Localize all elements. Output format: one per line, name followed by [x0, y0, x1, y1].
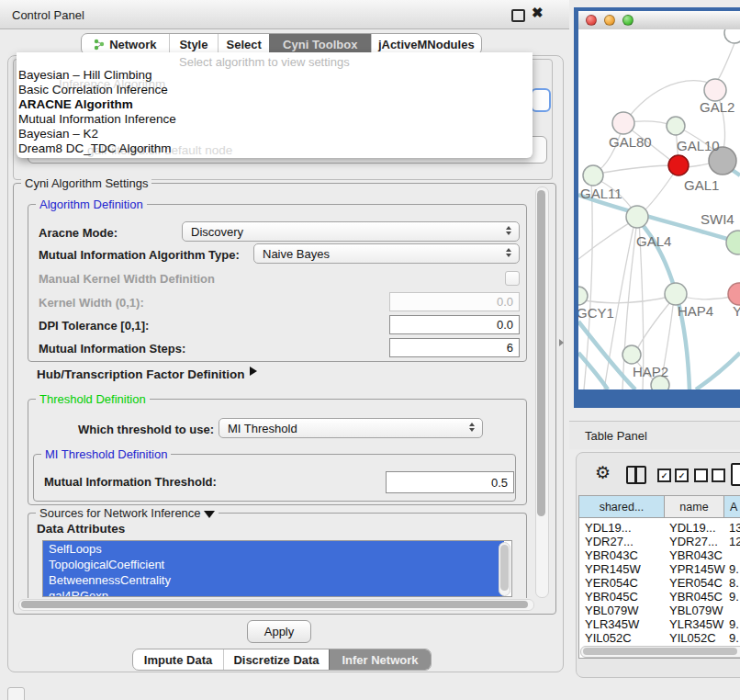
table-cell[interactable]: YDL19... [669, 521, 716, 535]
close-icon[interactable]: ✖ [532, 5, 544, 21]
list-scrollbar[interactable] [499, 542, 510, 596]
window-minimize-button[interactable] [604, 15, 615, 26]
network-tab-icon [94, 39, 106, 51]
table-cell[interactable]: 9. [729, 617, 739, 631]
bottom-tab-bar: Impute Data Discretize Data Infer Networ… [132, 649, 432, 671]
tab-label: Select [227, 38, 262, 51]
dropdown-item-selected[interactable]: ARACNE Algorithm [18, 97, 133, 111]
tab-jactivemnodules[interactable]: jActiveMNodules [371, 34, 481, 54]
table-cell[interactable]: 9. [729, 562, 739, 576]
tab-style[interactable]: Style [169, 34, 219, 54]
column-header-partial[interactable]: A [724, 496, 740, 518]
table-cell[interactable]: YDR27... [585, 535, 633, 548]
dropdown-item[interactable]: Basic Correlation Inference [18, 83, 168, 96]
data-attributes-list[interactable]: SelfLoops TopologicalCoefficient Between… [42, 540, 512, 597]
table-cell[interactable]: YDR27... [669, 535, 718, 548]
table-cell[interactable]: YER054C [669, 576, 723, 590]
manual-kernel-checkbox[interactable] [505, 271, 520, 286]
collapse-arrow-icon[interactable] [204, 511, 215, 518]
mi-threshold-label: Mutual Information Threshold: [44, 475, 217, 489]
network-node-gal11 [583, 165, 603, 186]
list-item[interactable]: SelfLoops [43, 541, 504, 557]
column-header-name[interactable]: name [665, 496, 724, 518]
table-cell[interactable]: YLR345W [669, 617, 723, 631]
node-label-gal1: GAL1 [684, 177, 719, 193]
network-window-titlebar[interactable] [578, 11, 740, 30]
dropdown-item[interactable]: Bayesian – K2 [18, 127, 98, 141]
table-cell[interactable]: 12 [729, 535, 740, 548]
tab-label: Cyni Toolbox [283, 38, 357, 51]
expand-arrow-icon[interactable] [250, 367, 257, 376]
table-cell[interactable]: 8. [729, 576, 739, 590]
column-header-shared[interactable]: shared... [579, 496, 665, 518]
dropdown-item[interactable]: Bayesian – Hill Climbing [18, 68, 152, 82]
mi-steps-field[interactable]: 6 [389, 338, 520, 357]
scrollbar-thumb[interactable] [537, 190, 545, 516]
mi-type-combobox[interactable]: Naive Bayes [253, 243, 520, 264]
table-cell[interactable]: YPR145W [585, 562, 641, 576]
network-canvas[interactable]: GAL2 GAL80 GAL10 GAL1 GAL11 SWI4 GAL4 GC… [578, 29, 740, 390]
list-item[interactable]: TopologicalCoefficient [43, 557, 504, 572]
gear-icon[interactable]: ⚙ [595, 462, 611, 483]
window-zoom-button[interactable] [622, 15, 633, 26]
kernel-width-field[interactable]: 0.0 [389, 292, 520, 311]
unchecked-checkboxes-icon[interactable] [694, 469, 725, 482]
window-close-button[interactable] [586, 15, 597, 26]
table-cell[interactable]: YBR045C [669, 590, 723, 604]
column-layout-icon[interactable] [626, 466, 646, 484]
apply-button[interactable]: Apply [247, 620, 311, 643]
table-cell[interactable]: YPR145W [669, 562, 725, 576]
node-table[interactable]: shared... name A YDL19...YDL19...13 YDR2… [578, 495, 740, 659]
table-cell[interactable]: YER054C [585, 576, 638, 590]
tab-select[interactable]: Select [218, 34, 269, 54]
node-label-gal10: GAL10 [677, 138, 720, 153]
table-cell[interactable]: 9. [729, 590, 739, 604]
group-title: Cyni Algorithm Settings [21, 176, 151, 190]
tab-network[interactable]: Network [82, 34, 169, 54]
hub-section-label: Hub/Transcription Factor Definition [37, 367, 245, 381]
table-cell[interactable]: YDL19... [585, 521, 632, 535]
table-cell[interactable]: YBR043C [585, 548, 638, 562]
which-threshold-combobox[interactable]: MI Threshold [219, 418, 483, 438]
network-nodes[interactable] [578, 29, 740, 390]
list-item[interactable]: gal4RGexp [43, 588, 504, 597]
table-horizontal-scrollbar[interactable] [580, 646, 740, 658]
dropdown-item[interactable]: Dream8 DC_TDC Algorithm [18, 141, 172, 155]
panel-divider-arrow-icon[interactable] [559, 339, 564, 346]
node-label-gal11: GAL11 [580, 186, 622, 201]
group-title: MI Threshold Definition [41, 447, 171, 461]
tab-impute-data[interactable]: Impute Data [133, 649, 223, 670]
table-cell[interactable]: YBL079W [669, 604, 723, 617]
settings-vertical-scrollbar[interactable] [535, 186, 549, 598]
table-cell[interactable]: YBL079W [585, 604, 639, 617]
network-node-gal10 [667, 117, 685, 135]
tab-infer-network[interactable]: Infer Network [329, 649, 431, 670]
dropdown-item[interactable]: Mutual Information Inference [18, 112, 176, 126]
table-cell[interactable]: YLR345W [585, 617, 639, 631]
scrollbar-thumb[interactable] [21, 601, 528, 608]
document-icon[interactable] [731, 463, 740, 486]
table-cell[interactable]: YBR045C [585, 590, 638, 604]
focused-button-edge[interactable] [531, 88, 551, 112]
chevron-updown-icon [469, 423, 475, 432]
chevron-updown-icon [506, 248, 511, 257]
node-label-y: Y [733, 303, 740, 319]
checked-checkboxes-icon[interactable]: ✓✓ [657, 469, 689, 482]
list-item[interactable]: BetweennessCentrality [43, 572, 504, 588]
float-window-icon[interactable] [511, 9, 525, 22]
table-cell[interactable]: 13 [729, 521, 740, 535]
mini-panel-icon[interactable] [7, 687, 25, 700]
table-cell[interactable]: YIL052C [669, 631, 716, 645]
aracne-mode-combobox[interactable]: Discovery [182, 221, 520, 242]
mi-threshold-field[interactable]: 0.5 [386, 471, 514, 493]
table-cell[interactable]: 9. [729, 631, 739, 645]
table-cell[interactable]: YIL052C [585, 631, 632, 645]
table-cell[interactable]: YBR043C [669, 548, 723, 562]
mi-type-label: Mutual Information Algorithm Type: [39, 248, 240, 262]
tab-cyni-toolbox[interactable]: Cyni Toolbox [269, 34, 370, 54]
tab-discretize-data[interactable]: Discretize Data [223, 649, 329, 670]
dpi-tolerance-field[interactable]: 0.0 [389, 315, 520, 334]
page-title: Control Panel [12, 8, 84, 22]
chevron-updown-icon [506, 226, 511, 235]
settings-horizontal-scrollbar[interactable] [18, 599, 534, 611]
